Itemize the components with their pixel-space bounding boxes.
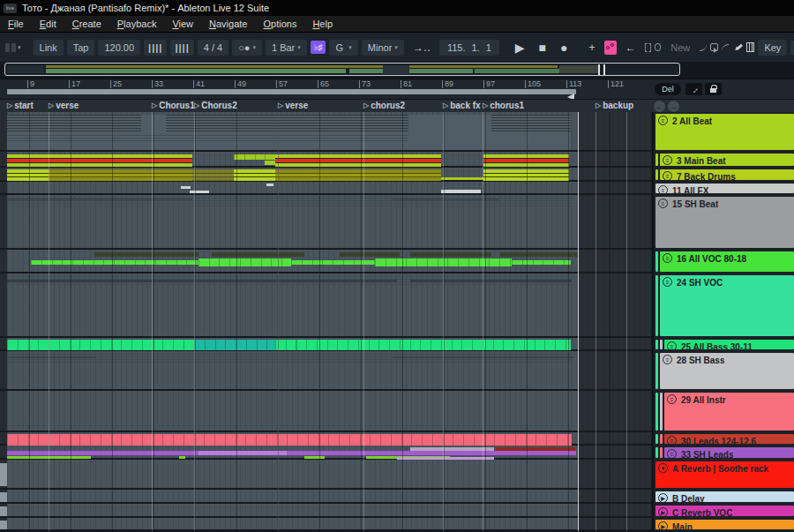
group-track-icon[interactable]: ≡ (663, 355, 672, 364)
clip[interactable] (194, 340, 275, 350)
add-track-button[interactable]: + (584, 40, 601, 56)
clip[interactable] (275, 340, 571, 350)
clip[interactable] (7, 451, 576, 455)
delete-locator-button[interactable]: Del (655, 83, 681, 95)
clip[interactable] (212, 252, 304, 257)
clip[interactable] (340, 252, 400, 257)
clip[interactable] (7, 425, 572, 431)
track-header-t24[interactable]: ≡24 SH VOC (660, 275, 794, 336)
group-track-icon[interactable]: ≡ (663, 155, 672, 165)
record-button[interactable]: ● (555, 39, 573, 56)
group-track-icon[interactable]: ≡ (667, 394, 677, 404)
nudge-down-button[interactable]: |||| (144, 40, 167, 56)
next-locator-button[interactable]: → (668, 101, 679, 112)
menu-item-view[interactable]: View (164, 17, 201, 31)
clip[interactable] (0, 506, 7, 516)
group-track-icon[interactable]: ≡ (667, 341, 677, 349)
track-header-t16[interactable]: ≡16 All VOC 80-18 (660, 251, 794, 272)
clip[interactable] (275, 154, 441, 167)
track-header-tB[interactable]: ▶B Delay (655, 491, 794, 502)
clip[interactable] (291, 260, 375, 265)
group-track-icon[interactable]: ≡ (663, 277, 672, 287)
clip[interactable] (31, 260, 198, 265)
clip[interactable] (304, 456, 325, 459)
track-header-tA[interactable]: ▼A Reverb | Soothe rack (655, 461, 794, 488)
link-button[interactable]: Link (34, 40, 64, 56)
tempo-field[interactable]: 120.00 (98, 40, 140, 56)
clip[interactable] (234, 154, 275, 160)
play-icon[interactable]: ▶ (658, 521, 668, 529)
track-header-tMain[interactable]: ▶Main (655, 520, 794, 529)
track-header-t33[interactable]: ≡33 SH Leads (664, 447, 794, 458)
group-track-icon[interactable]: ≡ (658, 199, 668, 208)
menu-item-edit[interactable]: Edit (32, 17, 64, 31)
clip[interactable] (7, 154, 192, 167)
draw-automation-button[interactable] (736, 44, 743, 50)
locator-verse[interactable]: ▷verse (49, 101, 79, 110)
menu-item-help[interactable]: Help (304, 17, 341, 31)
key-map-button[interactable]: Key (758, 40, 787, 56)
group-track-icon[interactable]: ≡ (667, 436, 677, 444)
group-track-icon[interactable]: ≡ (667, 449, 677, 458)
clip[interactable] (500, 252, 578, 257)
locator-chorus2[interactable]: ▷chorus2 (363, 101, 405, 110)
clip[interactable] (441, 190, 481, 193)
locator-chorus1[interactable]: ▷chorus1 (483, 101, 524, 110)
automation-rise-icon[interactable] (722, 44, 729, 51)
time-signature-field[interactable]: 4 / 4 (198, 40, 228, 56)
play-button[interactable]: ▶ (510, 39, 530, 56)
follow-button[interactable]: →‥ (408, 40, 436, 56)
computer-midi-keyboard-button[interactable] (746, 42, 755, 52)
clip[interactable] (198, 451, 287, 455)
track-header-t15[interactable]: ≡15 SH Beat (655, 197, 794, 248)
beat-time-ruler[interactable]: Del ↔ 91725334149576573818997105113121 (0, 79, 794, 99)
clip[interactable] (7, 354, 572, 363)
track-header-t7[interactable]: ≡7 Back Drums (660, 169, 794, 180)
locator-Chorus1[interactable]: ▷Chorus1 (152, 101, 195, 110)
clip[interactable] (7, 280, 397, 282)
quantization-menu[interactable]: 1 Bar▾ (266, 40, 307, 56)
group-track-icon[interactable]: ≡ (663, 171, 672, 180)
group-track-icon[interactable]: ≡ (658, 116, 668, 125)
lock-envelopes-button[interactable] (705, 83, 722, 95)
clip[interactable] (192, 169, 234, 181)
loop-button[interactable] (710, 43, 718, 51)
tap-tempo-button[interactable]: Tap (67, 40, 95, 56)
clip[interactable] (7, 340, 194, 350)
nudge-up-button[interactable]: |||| (170, 40, 193, 56)
clip[interactable] (94, 252, 198, 257)
locator-start[interactable]: ▷start (7, 101, 34, 110)
clip[interactable] (7, 434, 572, 446)
menu-item-options[interactable]: Options (255, 17, 304, 31)
track-header-t29[interactable]: ≡29 All Instr (664, 393, 794, 431)
track-header-tC[interactable]: ▶C Reverb VOC (655, 506, 794, 516)
clip[interactable] (441, 177, 483, 180)
scale-name-menu[interactable]: Minor▾ (362, 40, 404, 56)
clip[interactable] (483, 169, 569, 181)
metronome-button[interactable]: ○●▾ (232, 40, 262, 56)
root-note-menu[interactable]: G▾ (329, 40, 357, 56)
clip[interactable] (410, 280, 572, 282)
locator-Chorus2[interactable]: ▷Chorus2 (194, 101, 237, 110)
group-track-icon[interactable]: ≡ (658, 185, 668, 193)
loop-brace[interactable] (7, 89, 576, 94)
arrangement-canvas[interactable] (0, 112, 652, 531)
fold-icon[interactable]: ▼ (658, 463, 668, 473)
menu-item-navigate[interactable]: Navigate (201, 17, 255, 31)
arrangement-position-field[interactable]: 115.1.1 (439, 40, 499, 56)
clip[interactable] (234, 169, 275, 181)
scale-mode-button[interactable]: ♭♯ (311, 41, 326, 54)
prev-locator-button[interactable]: ← (654, 101, 665, 112)
clip[interactable] (491, 115, 571, 132)
selector-panel-icon[interactable]: ▾ (5, 43, 21, 52)
clip[interactable] (181, 186, 191, 189)
clip[interactable] (397, 457, 494, 460)
clip[interactable] (49, 169, 192, 181)
track-header-t2[interactable]: ≡2 All Beat (655, 114, 794, 150)
play-icon[interactable]: ▶ (658, 493, 668, 502)
zoom-out-full-button[interactable]: ↔ (685, 83, 702, 95)
locator-verse[interactable]: ▷verse (278, 101, 308, 110)
clip[interactable] (7, 135, 408, 141)
arrangement-overview[interactable] (0, 62, 794, 79)
menu-item-file[interactable]: File (0, 17, 32, 31)
